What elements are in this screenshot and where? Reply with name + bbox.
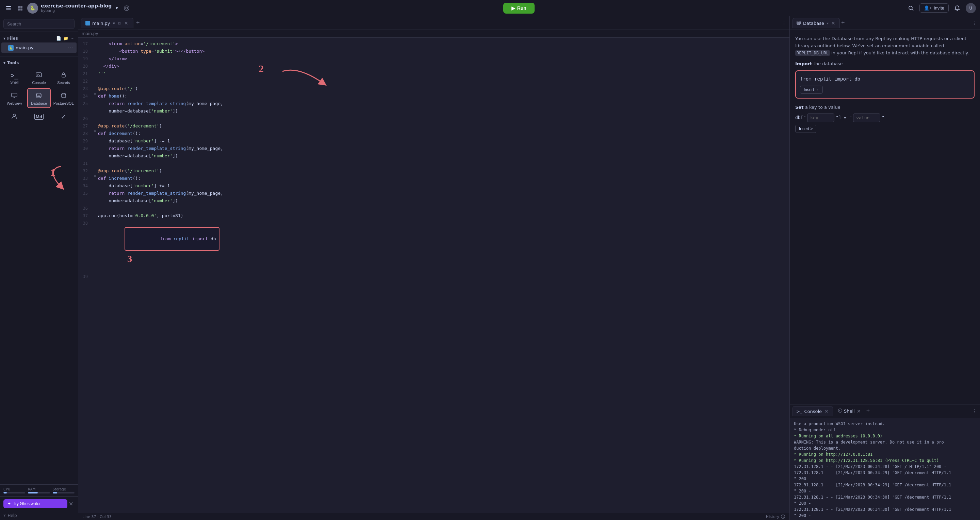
console-line-1: Use a production WSGI server instead. [794,421,976,427]
cpu-bar-fill [3,492,7,493]
ghostwriter-button[interactable]: ✦ Try Ghostwriter [3,499,67,508]
tools-section-header-left: ▾ Tools [3,60,19,65]
tools-section-header[interactable]: ▾ Tools [0,59,78,67]
ghostwriter-label: Try Ghostwriter [13,501,41,506]
set-key-section: Set a key to a value db[" "] = " " Inser… [795,104,975,133]
files-section-header[interactable]: ▾ Files 📄 📁 ⋯ [0,35,78,42]
repl-dropdown-button[interactable]: ▾ [115,4,119,12]
database-content: You can use the Database from any Repl b… [790,30,980,404]
new-file-icon[interactable]: 📄 [56,36,61,41]
set-section-title: Set a key to a value [795,104,975,111]
svg-rect-14 [11,93,17,97]
repl-settings-button[interactable] [122,4,131,13]
editor-area: main.py ▾ ⧉ ✕ + ⋮ main.py 17 <form actio… [78,16,789,520]
notification-button[interactable] [953,4,962,13]
tool-console-label: Console [32,81,46,85]
files-label: Files [7,36,18,41]
editor-tab-main-py[interactable]: main.py ▾ ⧉ ✕ [81,18,134,28]
database-panel-add-button[interactable]: + [841,19,845,27]
tool-secrets[interactable]: Secrets [52,68,75,87]
tool-console[interactable]: Console [27,68,50,87]
tool-users[interactable] [3,109,26,124]
code-editor[interactable]: 17 <form action='/increment'> 18 <button… [78,38,789,513]
tool-database[interactable]: Database [27,88,50,108]
tab-copy-button[interactable]: ⧉ [117,21,121,25]
invite-label: Invite [934,5,944,11]
file-item-main-py[interactable]: 🐍 main.py ⋯ [2,43,76,53]
tool-shell[interactable]: >_ Shell [3,68,26,87]
console-content[interactable]: Use a production WSGI server instead. * … [790,418,980,520]
editor-status-bar: Line 37 : Col 33 History [78,513,789,520]
markdown-icon: Md [34,114,43,120]
console-more-button[interactable]: ⋮ [972,408,977,414]
tools-grid: >_ Shell Console [0,67,78,125]
ghostwriter-close-button[interactable]: ✕ [67,500,75,508]
db-value-input[interactable] [853,114,880,122]
console-line-13: 172.31.128.1 - - [21/Mar/2023 00:34:30] … [794,494,976,500]
storage-monitor: Storage [53,487,75,493]
sidebar-toggle-button[interactable] [4,4,13,13]
svg-point-17 [37,93,41,95]
grid-icon-button[interactable] [16,4,24,13]
invite-button[interactable]: 👤+ Invite [920,3,949,13]
database-tab-close-button[interactable]: ✕ [830,21,836,26]
set-insert-button[interactable]: Insert > [795,125,816,133]
svg-rect-6 [21,8,22,11]
editor-tabs: main.py ▾ ⧉ ✕ + ⋮ [78,16,789,30]
code-line-28: 28 def decrement(): [78,130,789,138]
new-folder-icon[interactable]: 📁 [63,36,68,41]
console-tab-shell[interactable]: Shell ✕ [834,406,865,416]
shell-tab-close-button[interactable]: ✕ [856,409,862,414]
console-line-7: * Running on http://172.31.128.56:81 (Pr… [794,457,976,464]
env-var-code: REPLIT_DB_URL [795,50,830,56]
run-button[interactable]: ▶ Run [503,3,535,14]
console-icon [35,71,42,79]
breadcrumb: main.py [78,30,789,38]
storage-label: Storage [53,487,75,491]
tool-check[interactable]: ✓ [52,109,75,124]
search-input[interactable] [3,19,75,29]
db-key-input[interactable] [807,114,834,122]
tab-dropdown-icon[interactable]: ▾ [113,21,115,26]
storage-bar-fill [53,492,57,493]
database-panel-more-button[interactable]: ⋮ [972,20,977,26]
import-code-block: from replit import db Insert → [795,70,975,98]
tool-md[interactable]: Md [27,109,50,124]
import-section: Import the database from replit import d… [795,60,975,98]
check-icon: ✓ [61,114,66,120]
console-line-4: WARNING: This is a development server. D… [794,439,976,445]
console-line-10: " 200 - [794,476,976,482]
tools-label: Tools [7,60,19,65]
console-tab-console[interactable]: >_ Console ✕ [792,406,833,416]
repl-info: exercise-counter-app-blog bybang [41,3,111,13]
help-bar[interactable]: ? Help [0,511,78,520]
code-line-32: 32 @app.route('/increment') [78,168,789,175]
code-line-36: 36 [78,205,789,212]
file-more-icon[interactable]: ⋯ [68,44,73,51]
tab-close-button[interactable]: ✕ [124,21,129,26]
ram-label: RAM [28,487,50,491]
tab-add-button[interactable]: + [135,19,141,27]
import-insert-button[interactable]: Insert → [800,86,823,94]
user-avatar[interactable]: U [966,3,976,13]
sidebar: ▾ Files 📄 📁 ⋯ 🐍 main.py ⋯ [0,16,78,520]
console-tab-close-button[interactable]: ✕ [824,409,829,414]
ram-monitor: RAM [28,487,50,493]
svg-rect-2 [6,10,11,10]
editor-more-button[interactable]: ⋮ [781,20,787,26]
tool-webview[interactable]: Webview [3,88,26,108]
console-line-6: * Running on http://127.0.0.1:81 [794,451,976,457]
console-line-8: 172.31.128.1 - - [21/Mar/2023 00:34:28] … [794,464,976,470]
tool-postgresql[interactable]: PostgreSQL [52,88,75,108]
console-add-button[interactable]: + [866,407,870,415]
svg-rect-1 [6,8,11,8]
code-line-22: 22 [78,78,789,85]
search-icon-button[interactable] [907,4,915,13]
code-line-29: 29 database['number'] -= 1 [78,138,789,145]
cpu-bar [3,492,25,493]
file-name: main.py [16,45,34,50]
database-tab[interactable]: Database ▾ ✕ [792,18,840,28]
console-tabs: >_ Console ✕ Shell ✕ + ⋮ [790,404,980,418]
history-button[interactable]: History [766,514,785,519]
files-more-icon[interactable]: ⋯ [70,36,75,41]
